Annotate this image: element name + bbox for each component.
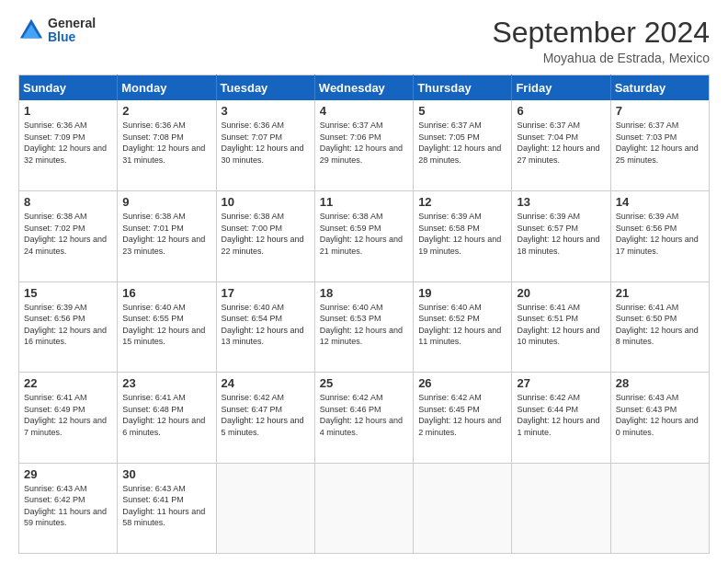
day-info: Sunrise: 6:39 AMSunset: 6:57 PMDaylight:… [517,211,605,257]
col-friday: Friday [512,75,610,101]
calendar-week-row: 29Sunrise: 6:43 AMSunset: 6:42 PMDayligh… [19,463,710,554]
logo: General Blue [18,17,96,45]
table-row: 20Sunrise: 6:41 AMSunset: 6:51 PMDayligh… [512,282,610,372]
title-section: September 2024 Moyahua de Estrada, Mexic… [492,17,710,65]
table-row [216,463,314,554]
day-number: 27 [517,376,605,390]
table-row: 18Sunrise: 6:40 AMSunset: 6:53 PMDayligh… [314,282,413,372]
table-row: 3Sunrise: 6:36 AMSunset: 7:07 PMDaylight… [216,100,314,190]
day-number: 19 [418,286,506,300]
month-title: September 2024 [492,17,710,49]
day-number: 18 [320,286,408,300]
day-number: 9 [122,195,210,209]
table-row: 17Sunrise: 6:40 AMSunset: 6:54 PMDayligh… [216,282,314,372]
day-number: 30 [122,467,210,481]
table-row: 27Sunrise: 6:42 AMSunset: 6:44 PMDayligh… [512,373,610,463]
day-info: Sunrise: 6:42 AMSunset: 6:46 PMDaylight:… [320,392,408,438]
day-number: 11 [320,195,408,209]
day-number: 13 [517,195,605,209]
calendar-week-row: 15Sunrise: 6:39 AMSunset: 6:56 PMDayligh… [19,282,710,372]
table-row: 2Sunrise: 6:36 AMSunset: 7:08 PMDaylight… [118,100,216,190]
table-row [610,463,709,554]
day-info: Sunrise: 6:40 AMSunset: 6:55 PMDaylight:… [122,302,210,348]
logo-general: General [48,17,96,30]
day-info: Sunrise: 6:39 AMSunset: 6:56 PMDaylight:… [24,302,112,348]
day-info: Sunrise: 6:38 AMSunset: 7:01 PMDaylight:… [122,211,210,257]
day-number: 8 [24,195,112,209]
day-number: 15 [24,286,112,300]
day-number: 21 [616,286,704,300]
table-row: 23Sunrise: 6:41 AMSunset: 6:48 PMDayligh… [118,373,216,463]
day-info: Sunrise: 6:39 AMSunset: 6:58 PMDaylight:… [418,211,506,257]
day-info: Sunrise: 6:40 AMSunset: 6:54 PMDaylight:… [222,302,310,348]
day-info: Sunrise: 6:36 AMSunset: 7:08 PMDaylight:… [122,120,210,166]
table-row [314,463,413,554]
day-number: 1 [24,104,112,118]
table-row: 30Sunrise: 6:43 AMSunset: 6:41 PMDayligh… [118,463,216,554]
calendar-week-row: 22Sunrise: 6:41 AMSunset: 6:49 PMDayligh… [19,373,710,463]
day-info: Sunrise: 6:42 AMSunset: 6:47 PMDaylight:… [222,392,310,438]
day-number: 5 [418,104,506,118]
col-wednesday: Wednesday [314,75,413,101]
table-row: 19Sunrise: 6:40 AMSunset: 6:52 PMDayligh… [414,282,512,372]
day-info: Sunrise: 6:43 AMSunset: 6:43 PMDaylight:… [616,392,704,438]
calendar-week-row: 1Sunrise: 6:36 AMSunset: 7:09 PMDaylight… [19,100,710,190]
day-info: Sunrise: 6:37 AMSunset: 7:05 PMDaylight:… [418,120,506,166]
table-row: 11Sunrise: 6:38 AMSunset: 6:59 PMDayligh… [314,191,413,282]
day-info: Sunrise: 6:41 AMSunset: 6:51 PMDaylight:… [517,302,605,348]
day-info: Sunrise: 6:42 AMSunset: 6:45 PMDaylight:… [418,392,506,438]
day-number: 23 [122,376,210,390]
day-info: Sunrise: 6:40 AMSunset: 6:53 PMDaylight:… [320,302,408,348]
logo-icon [18,17,44,43]
day-number: 6 [517,104,605,118]
table-row [512,463,610,554]
table-row: 29Sunrise: 6:43 AMSunset: 6:42 PMDayligh… [19,463,118,554]
day-info: Sunrise: 6:43 AMSunset: 6:42 PMDaylight:… [24,483,112,529]
header: General Blue September 2024 Moyahua de E… [18,17,710,65]
logo-text: General Blue [48,17,96,45]
day-info: Sunrise: 6:41 AMSunset: 6:50 PMDaylight:… [616,302,704,348]
day-info: Sunrise: 6:38 AMSunset: 7:02 PMDaylight:… [24,211,112,257]
table-row: 14Sunrise: 6:39 AMSunset: 6:56 PMDayligh… [610,191,709,282]
day-info: Sunrise: 6:38 AMSunset: 7:00 PMDaylight:… [222,211,310,257]
table-row: 8Sunrise: 6:38 AMSunset: 7:02 PMDaylight… [19,191,118,282]
table-row: 28Sunrise: 6:43 AMSunset: 6:43 PMDayligh… [610,373,709,463]
logo-blue: Blue [48,30,96,44]
table-row: 7Sunrise: 6:37 AMSunset: 7:03 PMDaylight… [610,100,709,190]
location-subtitle: Moyahua de Estrada, Mexico [492,51,710,65]
table-row: 16Sunrise: 6:40 AMSunset: 6:55 PMDayligh… [118,282,216,372]
day-info: Sunrise: 6:40 AMSunset: 6:52 PMDaylight:… [418,302,506,348]
col-saturday: Saturday [610,75,709,101]
calendar-table: Sunday Monday Tuesday Wednesday Thursday… [18,75,710,554]
calendar-week-row: 8Sunrise: 6:38 AMSunset: 7:02 PMDaylight… [19,191,710,282]
table-row: 22Sunrise: 6:41 AMSunset: 6:49 PMDayligh… [19,373,118,463]
day-info: Sunrise: 6:38 AMSunset: 6:59 PMDaylight:… [320,211,408,257]
day-number: 7 [616,104,704,118]
day-number: 26 [418,376,506,390]
table-row: 24Sunrise: 6:42 AMSunset: 6:47 PMDayligh… [216,373,314,463]
day-number: 20 [517,286,605,300]
day-number: 14 [616,195,704,209]
day-info: Sunrise: 6:36 AMSunset: 7:07 PMDaylight:… [222,120,310,166]
day-number: 17 [222,286,310,300]
col-sunday: Sunday [19,75,118,101]
day-number: 25 [320,376,408,390]
table-row: 6Sunrise: 6:37 AMSunset: 7:04 PMDaylight… [512,100,610,190]
day-number: 16 [122,286,210,300]
page: General Blue September 2024 Moyahua de E… [0,0,728,563]
table-row: 26Sunrise: 6:42 AMSunset: 6:45 PMDayligh… [414,373,512,463]
day-number: 10 [222,195,310,209]
table-row: 1Sunrise: 6:36 AMSunset: 7:09 PMDaylight… [19,100,118,190]
day-info: Sunrise: 6:36 AMSunset: 7:09 PMDaylight:… [24,120,112,166]
day-info: Sunrise: 6:37 AMSunset: 7:06 PMDaylight:… [320,120,408,166]
day-info: Sunrise: 6:42 AMSunset: 6:44 PMDaylight:… [517,392,605,438]
table-row: 13Sunrise: 6:39 AMSunset: 6:57 PMDayligh… [512,191,610,282]
table-row: 9Sunrise: 6:38 AMSunset: 7:01 PMDaylight… [118,191,216,282]
day-number: 28 [616,376,704,390]
day-number: 2 [122,104,210,118]
calendar-header-row: Sunday Monday Tuesday Wednesday Thursday… [19,75,710,101]
day-number: 24 [222,376,310,390]
table-row: 21Sunrise: 6:41 AMSunset: 6:50 PMDayligh… [610,282,709,372]
col-thursday: Thursday [414,75,512,101]
day-number: 3 [222,104,310,118]
